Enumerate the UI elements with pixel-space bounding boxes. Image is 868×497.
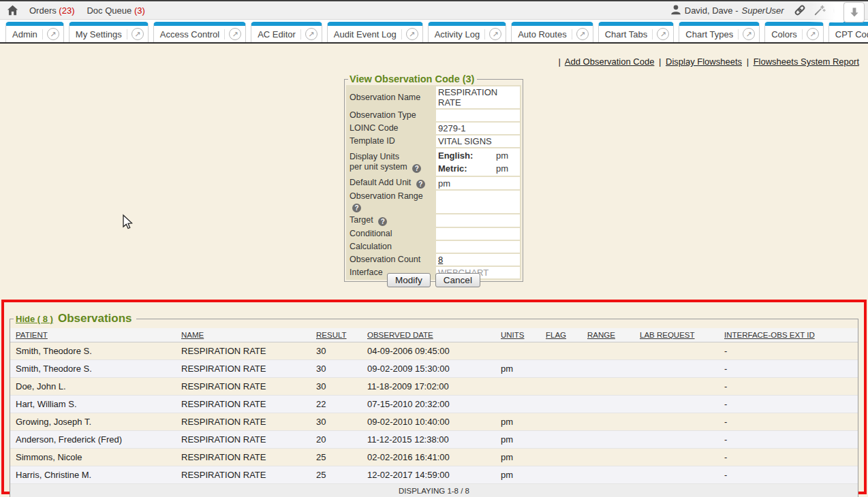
table-row: Smith, Theodore S.RESPIRATION RATE3004-0… (10, 342, 858, 360)
link-flowsheets-system-report[interactable]: Flowsheets System Report (754, 57, 859, 67)
field-value[interactable]: pm (436, 177, 520, 189)
column-header-result[interactable]: RESULT (311, 328, 362, 342)
field-value[interactable] (436, 110, 520, 121)
nav-doc-queue[interactable]: Doc Queue (3) (87, 5, 144, 16)
home-icon[interactable] (7, 5, 18, 16)
field-value[interactable] (436, 228, 520, 240)
cell-range (582, 449, 634, 466)
tab-label: Colors (771, 29, 802, 39)
popout-arrow-icon[interactable]: ↗ (489, 28, 501, 40)
link-display-flowsheets[interactable]: Display Flowsheets (666, 57, 742, 67)
field-label: Calculation (347, 241, 435, 253)
orders-label: Orders (29, 5, 57, 16)
tab-label: Admin (12, 29, 42, 39)
tab-my-settings[interactable]: My Settings ↗ (69, 22, 149, 42)
field-row-target: Target ? (347, 214, 520, 227)
help-icon[interactable]: ? (833, 5, 844, 16)
popout-arrow-icon[interactable]: ↗ (576, 28, 589, 40)
wand-icon[interactable] (813, 4, 826, 16)
field-label: Template ID (347, 135, 435, 147)
question-mark-icon[interactable]: ? (416, 180, 425, 189)
tab-audit-event-log[interactable]: Audit Event Log ↗ (327, 22, 423, 42)
popout-arrow-icon[interactable]: ↗ (229, 28, 241, 40)
user-name: David, Dave - (685, 5, 739, 16)
field-label: Target ? (347, 214, 435, 227)
tab-label: Activity Log (435, 29, 484, 39)
tab-divider (738, 29, 739, 39)
cell-range (582, 342, 634, 360)
column-header-interface-obs-ext-id[interactable]: INTERFACE-OBS EXT ID (719, 328, 858, 342)
cell-flag (540, 449, 582, 466)
table-row: Smith, Theodore S.RESPIRATION RATE3009-0… (10, 360, 858, 378)
table-row: Anderson, Frederick (Fred)RESPIRATION RA… (10, 431, 858, 449)
field-value[interactable]: VITAL SIGNS (436, 135, 520, 147)
column-header-patient[interactable]: PATIENT (10, 328, 176, 342)
field-value[interactable] (436, 214, 520, 227)
popout-arrow-icon[interactable]: ↗ (305, 28, 317, 40)
popout-arrow-icon[interactable]: ↗ (657, 28, 669, 40)
cell-name: RESPIRATION RATE (176, 413, 311, 431)
cell-flag (540, 342, 582, 360)
cell-patient: Smith, Theodore S. (10, 342, 176, 360)
field-row-template-id: Template ID VITAL SIGNS (347, 135, 520, 147)
column-header-units[interactable]: UNITS (495, 328, 540, 342)
user-menu[interactable]: David, Dave - SuperUser (670, 4, 784, 17)
cancel-button[interactable]: Cancel (435, 273, 480, 287)
column-header-lab-request[interactable]: LAB REQUEST (634, 328, 719, 342)
cell-observed-date: 09-02-2009 15:30:00 (362, 360, 495, 378)
question-mark-icon[interactable]: ? (412, 164, 421, 173)
more-tabs-button[interactable] (843, 2, 865, 22)
tab-chart-types[interactable]: Chart Types ↗ (679, 22, 760, 42)
popout-arrow-icon[interactable]: ↗ (743, 28, 755, 40)
field-value[interactable] (436, 241, 520, 253)
action-links: | Add Observation Code | Display Flowshe… (557, 57, 859, 67)
column-header-observed-date[interactable]: OBSERVED DATE (362, 328, 495, 342)
link-add-observation-code[interactable]: Add Observation Code (565, 57, 655, 67)
paging-status: DISPLAYING 1-8 / 8 (10, 484, 858, 497)
nav-orders[interactable]: Orders (23) (29, 5, 74, 16)
cell-units: pm (495, 449, 540, 466)
field-value[interactable]: 8 (436, 254, 520, 266)
cell-result: 30 (311, 342, 362, 360)
doc-queue-count: (3) (134, 5, 145, 16)
table-row: Hart, William S.RESPIRATION RATE2207-15-… (10, 396, 858, 413)
tab-colors[interactable]: Colors ↗ (764, 22, 824, 42)
field-label: Display Unitsper unit system ? (347, 148, 435, 176)
question-mark-icon[interactable]: ? (378, 217, 387, 226)
cell-result: 30 (311, 378, 362, 396)
tab-activity-log[interactable]: Activity Log ↗ (428, 22, 506, 42)
cell-result: 22 (311, 396, 362, 413)
tab-cpt-codes[interactable]: CPT Codes ↗ (828, 22, 868, 42)
hide-link[interactable]: Hide ( 8 ) (16, 314, 53, 324)
popout-arrow-icon[interactable]: ↗ (47, 28, 59, 40)
column-header-flag[interactable]: FLAG (540, 328, 582, 342)
column-header-name[interactable]: NAME (176, 328, 311, 342)
field-value[interactable]: English:pmMetric:pm (436, 148, 520, 176)
field-value[interactable] (436, 191, 520, 213)
tab-label: Chart Types (685, 29, 738, 39)
tab-access-control[interactable]: Access Control ↗ (153, 22, 246, 42)
popout-arrow-icon[interactable]: ↗ (131, 28, 144, 40)
tab-label: Chart Tabs (605, 29, 653, 39)
tab-bar: Admin ↗ My Settings ↗ Access Control ↗ A… (0, 20, 868, 44)
tab-chart-tabs[interactable]: Chart Tabs ↗ (598, 22, 675, 42)
observations-panel: Hide ( 8 ) Observations PATIENTNAMERESUL… (10, 312, 858, 497)
cell-lab-request (634, 360, 719, 378)
popout-arrow-icon[interactable]: ↗ (807, 28, 819, 40)
down-arrow-icon (849, 7, 860, 18)
user-role: SuperUser (742, 5, 784, 16)
modify-button[interactable]: Modify (387, 273, 431, 287)
cell-name: RESPIRATION RATE (176, 360, 311, 378)
link-icon[interactable] (794, 4, 806, 16)
popout-arrow-icon[interactable]: ↗ (406, 28, 418, 40)
cell-units (495, 378, 540, 396)
tab-admin[interactable]: Admin ↗ (5, 22, 64, 42)
column-header-range[interactable]: RANGE (582, 328, 634, 342)
question-mark-icon[interactable]: ? (352, 204, 361, 212)
tab-auto-routes[interactable]: Auto Routes ↗ (511, 22, 593, 42)
tab-label: AC Editor (258, 29, 300, 39)
field-value[interactable]: RESPIRATION RATE (436, 86, 520, 108)
tab-ac-editor[interactable]: AC Editor ↗ (251, 22, 322, 42)
field-value[interactable]: 9279-1 (436, 123, 520, 134)
link-separator: | (559, 57, 561, 67)
